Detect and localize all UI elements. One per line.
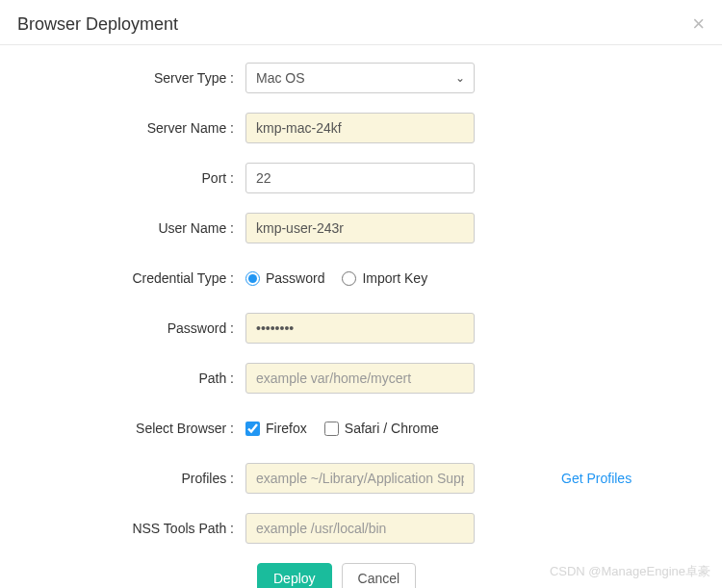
radio-import-key-input[interactable]: [342, 271, 356, 286]
label-select-browser: Select Browser :: [29, 421, 245, 436]
radio-password-label: Password: [266, 270, 324, 286]
path-input[interactable]: [245, 363, 475, 394]
label-server-type: Server Type :: [29, 70, 245, 86]
row-password: Password :: [29, 313, 693, 344]
radio-password-input[interactable]: [245, 271, 260, 286]
row-server-type: Server Type : Mac OS ⌄: [29, 63, 693, 93]
radio-import-key-label: Import Key: [362, 270, 427, 286]
modal-title: Browser Deployment: [17, 14, 178, 35]
form-body: Server Type : Mac OS ⌄ Server Name : Por…: [0, 45, 722, 588]
label-user-name: User Name :: [29, 220, 245, 236]
label-port: Port :: [29, 170, 245, 186]
checkbox-firefox[interactable]: Firefox: [245, 421, 307, 436]
label-server-name: Server Name :: [29, 120, 245, 136]
nss-tools-path-input[interactable]: [245, 513, 475, 544]
modal-header: Browser Deployment ×: [0, 0, 722, 45]
row-select-browser: Select Browser : Firefox Safari / Chrome: [29, 413, 693, 444]
checkbox-firefox-label: Firefox: [266, 421, 307, 436]
row-server-name: Server Name :: [29, 113, 693, 143]
get-profiles-link[interactable]: Get Profiles: [561, 471, 632, 486]
radio-password[interactable]: Password: [245, 270, 324, 286]
label-password: Password :: [29, 320, 245, 336]
checkbox-safari-chrome-input[interactable]: [324, 422, 339, 436]
port-input[interactable]: [245, 163, 475, 193]
label-profiles: Profiles :: [29, 471, 245, 486]
row-credential-type: Credential Type : Password Import Key: [29, 263, 693, 294]
password-input[interactable]: [245, 313, 475, 344]
server-name-input[interactable]: [245, 113, 475, 143]
cancel-button[interactable]: Cancel: [342, 563, 417, 588]
radio-import-key[interactable]: Import Key: [342, 270, 427, 286]
row-port: Port :: [29, 163, 693, 193]
checkbox-firefox-input[interactable]: [245, 422, 260, 436]
profiles-input[interactable]: [245, 463, 475, 494]
row-profiles: Profiles : Get Profiles: [29, 463, 693, 494]
row-path: Path :: [29, 363, 693, 394]
browser-checkbox-group: Firefox Safari / Chrome: [245, 413, 439, 444]
credential-type-radio-group: Password Import Key: [245, 263, 427, 294]
button-row: Deploy Cancel: [29, 563, 693, 588]
server-type-select[interactable]: Mac OS: [245, 63, 475, 93]
row-nss-tools-path: NSS Tools Path :: [29, 513, 693, 544]
close-icon[interactable]: ×: [692, 13, 705, 35]
label-nss-tools-path: NSS Tools Path :: [29, 521, 245, 536]
row-user-name: User Name :: [29, 213, 693, 243]
label-path: Path :: [29, 371, 245, 386]
deploy-button[interactable]: Deploy: [257, 563, 332, 588]
user-name-input[interactable]: [245, 213, 475, 243]
label-credential-type: Credential Type :: [29, 270, 245, 286]
checkbox-safari-chrome[interactable]: Safari / Chrome: [324, 421, 439, 436]
checkbox-safari-chrome-label: Safari / Chrome: [345, 421, 439, 436]
